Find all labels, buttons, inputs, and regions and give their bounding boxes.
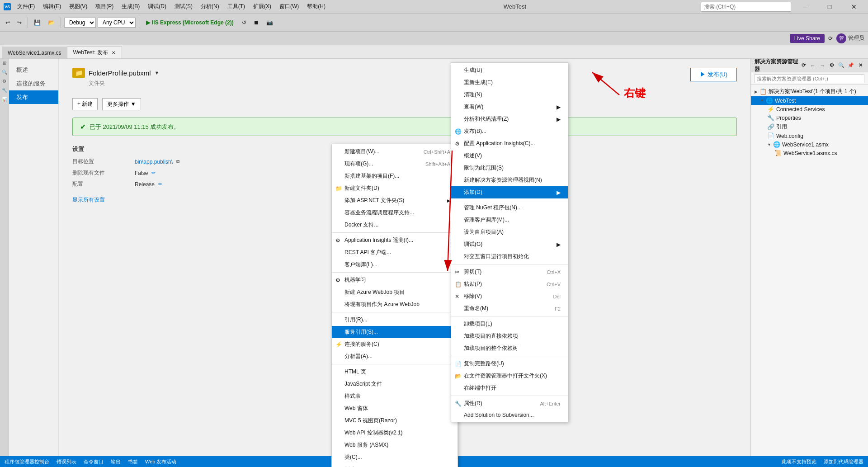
se-cm-open-in-explorer[interactable]: 📂 在文件资源管理器中打开文件夹(X) (451, 370, 568, 382)
status-errors[interactable]: 错误列表 (57, 458, 76, 465)
status-output[interactable]: 输出 (111, 458, 121, 465)
cm-analyzer[interactable]: 分析器(A)... (332, 350, 458, 363)
activitybar-icon-5[interactable]: 📊 (1, 97, 8, 104)
menu-extensions[interactable]: 扩展(X) (250, 2, 275, 11)
se-action-back[interactable]: ← (809, 61, 817, 70)
tab-webservice[interactable]: WebService1.asmx.cs (2, 47, 67, 58)
cm-appinsights[interactable]: ⚙ Application Insights 遥测(I)... (332, 234, 458, 246)
cm-editorconfig[interactable]: 新建 EditorConfig (332, 463, 458, 467)
se-cm-nuget[interactable]: 管理 NuGet 程序包(N)... (451, 202, 568, 214)
cm-webform[interactable]: Web 窗体 (332, 402, 458, 415)
se-action-forward[interactable]: → (818, 61, 826, 70)
se-cm-open-terminal[interactable]: 在终端中打开 (451, 382, 568, 394)
se-cm-remove[interactable]: ✕ 移除(V) Del (451, 290, 568, 302)
cm-css[interactable]: 样式表 (332, 390, 458, 402)
cm-scaffolded-item[interactable]: 新搭建基架的项目(F)... (332, 170, 458, 182)
activitybar-icon-4[interactable]: 🔧 (1, 88, 8, 95)
se-connected-services[interactable]: ⚡ Connected Services (751, 105, 868, 113)
menu-debug[interactable]: 调试(D) (144, 2, 170, 11)
se-pin[interactable]: 📌 (847, 61, 855, 70)
se-cm-properties[interactable]: 🔧 属性(R) Alt+Enter (451, 397, 568, 410)
target-location-value[interactable]: bin\app.publish\ (135, 159, 173, 165)
cm-html[interactable]: HTML 页 (332, 366, 458, 378)
global-search-input[interactable] (701, 2, 791, 12)
status-bookmarks[interactable]: 书签 (128, 458, 138, 465)
delete-existing-edit-icon[interactable]: ✏ (151, 170, 156, 176)
minimize-button[interactable]: ─ (795, 0, 816, 14)
cm-ml[interactable]: ⚙ 机器学习 (332, 274, 458, 286)
copy-path-icon[interactable]: ⧉ (176, 159, 180, 165)
cm-class[interactable]: 类(C)... (332, 451, 458, 463)
activitybar-icon-3[interactable]: ⚙ (1, 79, 8, 86)
se-solution-node[interactable]: ▶ 📋 解决方案'WebTest'(1 个项目/共 1 个) (751, 87, 868, 96)
se-cm-load-direct-deps[interactable]: 加载项目的直接依赖项 (451, 330, 568, 342)
cm-service-reference[interactable]: 服务引用(S)... (332, 326, 458, 338)
publish-main-button[interactable]: ▶ 发布(U) (690, 68, 737, 81)
cm-existing-item[interactable]: 现有项(G)... Shift+Alt+A (332, 158, 458, 170)
se-cm-publish[interactable]: 🌐 发布(B)... (451, 125, 568, 137)
cm-connected-service[interactable]: ⚡ 连接的服务(C) (332, 338, 458, 350)
se-cm-overview[interactable]: 概述(V) (451, 150, 568, 162)
menu-analyze[interactable]: 分析(N) (197, 2, 223, 11)
se-cm-set-startup[interactable]: 设为自启项目(A) (451, 226, 568, 238)
toolbar-undo[interactable]: ↩ (3, 18, 13, 27)
menu-test[interactable]: 测试(S) (171, 2, 196, 11)
menu-edit[interactable]: 编辑(E) (39, 2, 65, 11)
menu-build[interactable]: 生成(B) (118, 2, 143, 11)
tab-publish-close[interactable]: ✕ (111, 50, 116, 56)
platform-dropdown[interactable]: Any CPU (98, 18, 136, 28)
se-cm-add-to-subversion[interactable]: Add Solution to Subversion... (451, 410, 568, 420)
debug-mode-dropdown[interactable]: Debug (64, 18, 96, 28)
se-webconfig[interactable]: 📄 Web.config (751, 132, 868, 140)
close-button[interactable]: ✕ (844, 0, 864, 14)
se-webservice-cs[interactable]: 📜 WebService1.asmx.cs (751, 149, 868, 157)
pub-nav-connected[interactable]: 连接的服务 (9, 77, 58, 90)
pub-nav-publish[interactable]: 发布 (9, 90, 58, 104)
cm-azure-webjob-existing[interactable]: 将现有项目作为 Azure WebJob (332, 298, 458, 311)
se-cm-debug[interactable]: 调试(G) ▶ (451, 238, 568, 250)
status-webpublish[interactable]: Web 发布活动 (145, 458, 176, 465)
se-cm-init-interactive[interactable]: 对交互窗口进行项目初始化 (451, 250, 568, 263)
menu-window[interactable]: 窗口(W) (276, 2, 302, 11)
se-cm-cut[interactable]: ✂ 剪切(T) Ctrl+X (451, 266, 568, 278)
menu-help[interactable]: 帮助(H) (303, 2, 329, 11)
liveshare-share-icon[interactable]: ⟳ (828, 35, 833, 42)
toolbar-save[interactable]: 💾 (31, 18, 43, 27)
menu-project[interactable]: 项目(P) (92, 2, 117, 11)
se-properties[interactable]: 🔧 Properties (751, 113, 868, 122)
se-cm-add[interactable]: 添加(D) ▶ (451, 186, 568, 198)
se-cm-unload[interactable]: 卸载项目(L) (451, 318, 568, 330)
cm-reference[interactable]: 引用(R)... (332, 314, 458, 326)
admin-label[interactable]: 管 管理员 (836, 33, 864, 43)
se-action-search[interactable]: 🔍 (837, 61, 845, 70)
se-webservice-asmx[interactable]: ▼ 🌐 WebService1.asmx (751, 140, 868, 149)
se-cm-clean[interactable]: 清理(N) (451, 89, 568, 101)
se-close[interactable]: ✕ (856, 61, 864, 70)
cm-client-lib[interactable]: 客户端库(L)... (332, 259, 458, 271)
se-cm-client-lib[interactable]: 管理客户调库(M)... (451, 214, 568, 226)
se-cm-analyze[interactable]: 分析和代码清理(Z) ▶ (451, 113, 568, 125)
se-action-settings[interactable]: ⚙ (828, 61, 836, 70)
menu-view[interactable]: 视图(V) (66, 2, 91, 11)
status-cmdwindow[interactable]: 命令窗口 (84, 458, 104, 465)
se-cm-build[interactable]: 生成(U) (451, 64, 568, 76)
toolbar-refresh[interactable]: ↺ (239, 18, 249, 27)
cm-new-project[interactable]: 新建项目(W)... Ctrl+Shift+A (332, 146, 458, 158)
activitybar-icon-1[interactable]: ⊞ (1, 61, 8, 68)
cm-webapi[interactable]: Web API 控制器类(v2.1) (332, 427, 458, 439)
run-button[interactable]: ▶ IIS Express (Microsoft Edge (2)) (142, 19, 237, 27)
se-cm-paste[interactable]: 📋 粘贴(P) Ctrl+V (451, 278, 568, 290)
activitybar-icon-2[interactable]: 🔍 (1, 70, 8, 77)
cm-js[interactable]: JavaScript 文件 (332, 378, 458, 390)
cm-container-support[interactable]: 容器业务流程调度程序支持... (332, 207, 458, 219)
cm-azure-webjob-new[interactable]: 新建 Azure WebJob 项目 (332, 286, 458, 298)
se-project-node[interactable]: ▼ 🌐 WebTest (751, 96, 868, 105)
toolbar-redo[interactable]: ↪ (14, 18, 24, 27)
cm-webservice-asmx[interactable]: Web 服务 (ASMX) (332, 439, 458, 451)
cm-new-folder[interactable]: 📁 新建文件夹(D) (332, 182, 458, 194)
cm-rest-api[interactable]: REST API 客户端... (332, 246, 458, 259)
cm-aspnet-folder[interactable]: 添加 ASP.NET 文件夹(S) ▶ (332, 194, 458, 207)
toolbar-screenshot[interactable]: 📷 (264, 18, 276, 27)
se-cm-copy-path[interactable]: 📄 复制完整路径(U) (451, 358, 568, 370)
config-edit-icon[interactable]: ✏ (158, 181, 162, 187)
